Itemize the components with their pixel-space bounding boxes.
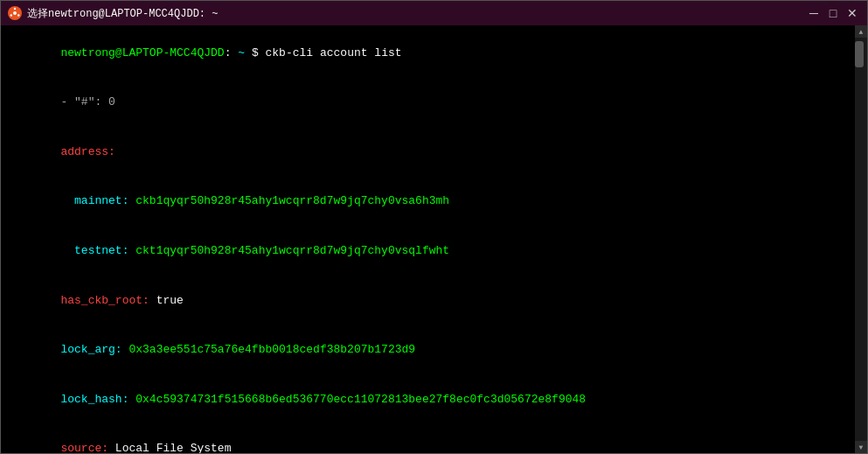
minimize-button[interactable]: ─ [806,5,822,21]
mainnet-value: ckb1qyqr50h928r45ahy1wcqrr8d7w9jq7chy0vs… [128,194,449,207]
scrollbar[interactable]: ▲ ▼ [855,25,867,453]
lock-arg-label: lock_arg: [60,343,122,356]
output-lock-hash-line: lock_hash: 0x4c59374731f515668b6ed536770… [6,375,862,425]
terminal-body: newtrong@LAPTOP-MCC4QJDD: ~ $ ckb-cli ac… [1,25,867,453]
testnet-label: testnet: [60,244,128,257]
maximize-button[interactable]: □ [825,5,841,21]
output-line1: - "#": 0 [60,95,115,108]
has-lock-value: true [149,294,184,307]
source-value: Local File System [108,442,231,453]
prompt-at: @ [115,46,122,59]
output-address-label-line: address: [6,128,862,178]
address-label: address: [60,145,115,158]
output-mainnet-line: mainnet: ckb1qyqr50h928r45ahy1wcqrr8d7w9… [6,178,862,227]
command-line: newtrong@LAPTOP-MCC4QJDD: ~ $ ckb-cli ac… [6,29,862,79]
has-lock-label: has_ckb_root: [60,294,149,307]
title-bar: 选择newtrong@LAPTOP-MCC4QJDD: ~ ─ □ ✕ [1,1,867,25]
output-source-line: source: Local File System [6,424,862,453]
lock-hash-label: lock_hash: [60,393,128,406]
output-lock-arg-line: lock_arg: 0x3a3ee551c75a76e4fbb0018cedf3… [6,325,862,375]
close-button[interactable]: ✕ [844,5,860,21]
mainnet-label: mainnet: [60,194,128,207]
svg-point-2 [14,8,16,10]
prompt-user: newtrong [60,46,115,59]
svg-point-4 [10,14,12,16]
prompt-host: LAPTOP-MCC4QJDD [122,46,225,59]
lock-arg-value: 0x3a3ee551c75a76e4fbb0018cedf38b207b1723… [122,343,415,356]
output-testnet-line: testnet: ckt1qyqr50h928r45ahy1wcqrr8d7w9… [6,227,862,276]
command-text: ckb-cli account list [259,46,402,59]
scrollbar-down-arrow[interactable]: ▼ [855,441,867,453]
terminal-content[interactable]: newtrong@LAPTOP-MCC4QJDD: ~ $ ckb-cli ac… [1,25,867,453]
svg-point-3 [17,14,19,16]
output-has-lock-line: has_ckb_root: true [6,276,862,326]
lock-hash-value: 0x4c59374731f515668b6ed536770ecc11072813… [128,393,586,406]
testnet-value: ckt1qyqr50h928r45ahy1wcqrr8d7w9jq7chy0vs… [128,244,449,257]
output-line-1: - "#": 0 [6,79,862,129]
title-bar-left: 选择newtrong@LAPTOP-MCC4QJDD: ~ [8,6,218,21]
scrollbar-up-arrow[interactable]: ▲ [855,25,867,38]
terminal-window: 选择newtrong@LAPTOP-MCC4QJDD: ~ ─ □ ✕ newt… [0,0,868,454]
window-controls: ─ □ ✕ [806,5,860,21]
scrollbar-track[interactable] [855,38,867,441]
window-title: 选择newtrong@LAPTOP-MCC4QJDD: ~ [27,6,218,21]
ubuntu-icon [8,6,22,20]
prompt-colon: : [225,46,232,59]
scrollbar-thumb[interactable] [855,41,864,67]
prompt-path: ~ [232,46,246,59]
source-label: source: [60,442,108,453]
prompt-dollar: $ [245,46,259,59]
svg-point-1 [13,11,17,15]
